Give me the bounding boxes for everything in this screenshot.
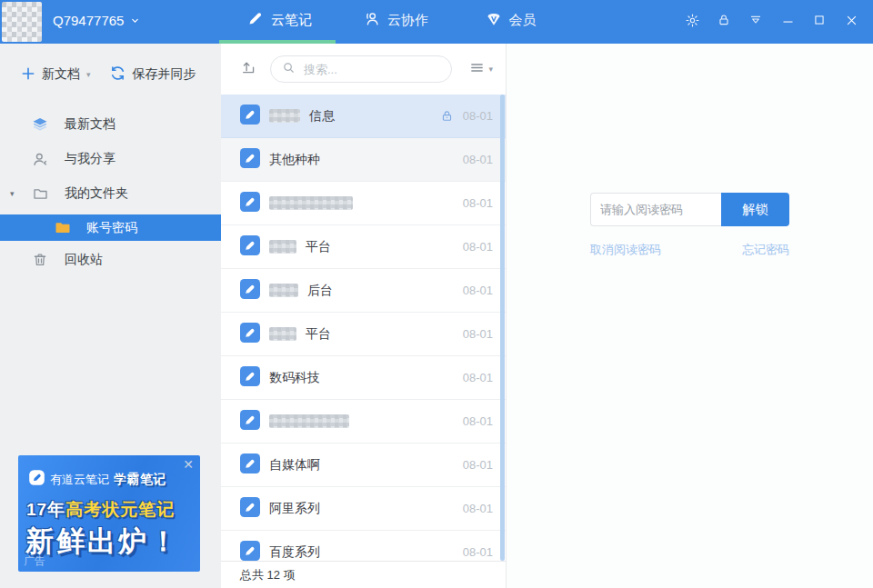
- sync-icon: [109, 65, 126, 85]
- note-date: 08-01: [463, 371, 493, 384]
- save-sync-button[interactable]: 保存并同步: [109, 65, 196, 85]
- tab-cloud-notes[interactable]: 云笔记: [221, 0, 337, 40]
- note-list-item[interactable]: 阿里系列 08-01: [221, 487, 506, 531]
- note-list-item[interactable]: 平台 08-01: [221, 313, 506, 356]
- sidebar-actions: 新文档 ▾ 保存并同步: [0, 55, 221, 95]
- youdao-note-window: Q79477765 云笔记 云协作 会员: [0, 0, 873, 588]
- sidebar-item-label: 回收站: [65, 252, 103, 268]
- trash-icon: [31, 251, 49, 269]
- note-list-item[interactable]: 后台 08-01: [221, 269, 506, 313]
- username: Q79477765: [53, 13, 124, 28]
- filter-icon[interactable]: [748, 12, 764, 28]
- ad-tag: 广告: [24, 553, 45, 569]
- note-list-item[interactable]: 平台 08-01: [221, 225, 506, 269]
- account-menu[interactable]: Q79477765: [53, 0, 140, 40]
- note-date: 08-01: [463, 109, 493, 123]
- masked-text: [269, 327, 296, 341]
- note-list-panel: ▾ 信息 08-01 其他种种 08-01 08-01: [221, 44, 506, 588]
- masked-text: [269, 414, 349, 428]
- ad-close-icon[interactable]: ✕: [183, 457, 194, 472]
- note-list: 信息 08-01 其他种种 08-01 08-01 平台 08-01: [221, 95, 506, 561]
- tab-cloud-collab[interactable]: 云协作: [337, 0, 454, 40]
- window-controls: [684, 0, 873, 40]
- search-icon: [282, 61, 296, 78]
- forgot-password-link[interactable]: 忘记密码: [742, 242, 789, 258]
- note-icon: [240, 105, 260, 128]
- sidebar-item-label: 与我分享: [65, 151, 115, 167]
- sidebar-item-my-folders[interactable]: ▾ 我的文件夹: [0, 176, 221, 211]
- folder-filled-icon: [54, 219, 72, 237]
- lock-icon[interactable]: [716, 12, 732, 28]
- avatar[interactable]: [2, 2, 42, 42]
- search-box[interactable]: [270, 55, 452, 83]
- close-button[interactable]: [843, 12, 859, 28]
- reading-password-panel: 解锁 取消阅读密码 忘记密码: [506, 44, 873, 588]
- note-list-item[interactable]: 自媒体啊 08-01: [221, 443, 506, 487]
- note-date: 08-01: [463, 502, 493, 515]
- reading-password-input[interactable]: [590, 193, 721, 226]
- people-icon: [363, 10, 380, 30]
- note-title: 后台: [307, 283, 333, 299]
- note-icon: [240, 541, 260, 562]
- note-icon: [240, 366, 260, 390]
- plus-icon: [21, 66, 35, 84]
- settings-gear-icon[interactable]: [684, 12, 700, 28]
- search-input[interactable]: [302, 62, 433, 77]
- note-list-item[interactable]: 信息 08-01: [221, 95, 506, 138]
- note-date: 08-01: [463, 196, 493, 210]
- note-list-item[interactable]: 数码科技 08-01: [221, 356, 506, 400]
- menu-icon: [469, 60, 485, 79]
- new-document-button[interactable]: 新文档 ▾: [21, 66, 91, 84]
- note-title: 信息: [309, 108, 335, 125]
- layers-icon: [31, 115, 49, 134]
- list-scrollbar[interactable]: [500, 95, 505, 561]
- unlock-button[interactable]: 解锁: [721, 193, 789, 226]
- note-icon: [240, 453, 260, 477]
- note-date: 08-01: [463, 284, 493, 297]
- note-list-item[interactable]: 08-01: [221, 400, 506, 443]
- note-icon: [240, 192, 260, 215]
- chevron-down-icon: ▾: [86, 71, 91, 79]
- note-title: 阿里系列: [269, 501, 320, 517]
- save-sync-label: 保存并同步: [133, 66, 196, 83]
- masked-text: [269, 284, 298, 297]
- note-lock-icon: [440, 109, 454, 123]
- sidebar-item-account-passwords[interactable]: 账号密码: [0, 214, 221, 241]
- view-options-button[interactable]: ▾: [469, 60, 493, 79]
- note-icon: [240, 323, 260, 346]
- chevron-down-icon: ▾: [488, 65, 493, 74]
- sidebar-item-label: 账号密码: [86, 220, 137, 236]
- vip-badge-icon: [486, 11, 502, 30]
- tab-membership[interactable]: 会员: [454, 0, 567, 40]
- note-title: 数码科技: [269, 370, 320, 386]
- tab-label: 会员: [509, 12, 537, 29]
- sidebar-item-recycle-bin[interactable]: 回收站: [0, 243, 221, 277]
- note-date: 08-01: [463, 545, 493, 559]
- note-list-item[interactable]: 百度系列 08-01: [221, 531, 506, 561]
- note-title: 平台: [306, 326, 331, 343]
- pen-icon: [246, 10, 264, 30]
- sidebar-nav: 最新文档 与我分享 ▾ 我的文件夹 账号密码: [0, 107, 221, 277]
- sidebar: 新文档 ▾ 保存并同步 最新文档 与我分享: [0, 44, 221, 588]
- note-list-item[interactable]: 08-01: [221, 182, 506, 225]
- sidebar-item-shared-with-me[interactable]: 与我分享: [0, 142, 221, 176]
- minimize-button[interactable]: [779, 12, 796, 28]
- upload-icon[interactable]: [240, 59, 257, 80]
- note-date: 08-01: [463, 153, 493, 166]
- sidebar-item-latest-docs[interactable]: 最新文档: [0, 107, 221, 142]
- maximize-button[interactable]: [811, 12, 828, 28]
- note-date: 08-01: [463, 414, 493, 428]
- expand-caret-icon[interactable]: ▾: [10, 189, 15, 198]
- cancel-reading-password-link[interactable]: 取消阅读密码: [590, 242, 661, 258]
- list-footer: 总共 12 项: [221, 561, 506, 588]
- tab-label: 云笔记: [271, 12, 312, 29]
- tab-label: 云协作: [387, 12, 428, 29]
- note-icon: [240, 497, 260, 521]
- ad-brand-row: 有道云笔记 学霸笔记: [28, 469, 200, 490]
- masked-text: [269, 240, 296, 254]
- note-list-item[interactable]: 其他种种 08-01: [221, 138, 506, 182]
- note-date: 08-01: [463, 327, 493, 341]
- note-date: 08-01: [463, 240, 493, 254]
- unlock-form: 解锁 取消阅读密码 忘记密码: [590, 193, 789, 258]
- ad-banner[interactable]: ✕ 有道云笔记 学霸笔记 17年高考状元笔记 新鲜出炉！ 广告: [18, 455, 200, 572]
